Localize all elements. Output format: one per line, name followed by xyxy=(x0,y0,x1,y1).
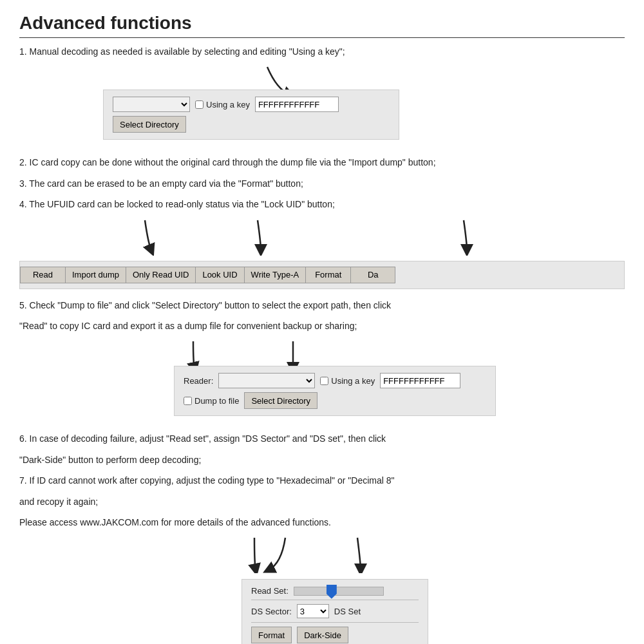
section-1: 1. Manual decoding as needed is availabl… xyxy=(19,44,625,146)
format-button[interactable]: Format xyxy=(251,627,292,643)
section5-using-key-checkbox[interactable] xyxy=(320,377,328,385)
section234-button-row-box: Read Import dump Only Read UID Look UID … xyxy=(19,261,625,289)
import-dump-button[interactable]: Import dump xyxy=(65,267,126,283)
section234-button-row: Read Import dump Only Read UID Look UID … xyxy=(20,267,624,283)
look-uid-button[interactable]: Look UID xyxy=(195,267,243,283)
section5-text2: "Read" to copy IC card and export it as … xyxy=(19,319,625,333)
arrows-svg-234 xyxy=(19,217,599,256)
ds-set-label: DS Set xyxy=(334,607,361,616)
section5-dump-to-file-label: Dump to file xyxy=(184,396,239,406)
section1-using-key-label: Using a key xyxy=(195,100,250,109)
write-type-a-button[interactable]: Write Type-A xyxy=(244,267,306,283)
section7-text1: 7. If ID card cannot work after copying,… xyxy=(19,473,625,488)
section5-select-directory-button[interactable]: Select Directory xyxy=(244,392,317,409)
section1-using-key-text: Using a key xyxy=(206,100,250,109)
section1-text: 1. Manual decoding as needed is availabl… xyxy=(19,44,625,59)
format-button-row[interactable]: Format xyxy=(305,267,350,283)
section6-ui-box: Read Set: DS Sector: 3 1 2 DS Set Format xyxy=(242,579,428,644)
read-set-label: Read Set: xyxy=(251,586,289,596)
section6-diagram-wrapper: Read Set: DS Sector: 3 1 2 DS Set Format xyxy=(242,535,435,644)
da-button[interactable]: Da xyxy=(350,267,395,283)
page-title: Advanced functions xyxy=(19,13,625,38)
section1-using-key-checkbox[interactable] xyxy=(195,100,204,109)
jakcom-text: Please access www.JAKCOM.com for more de… xyxy=(19,515,625,529)
dark-side-button[interactable]: Dark-Side xyxy=(297,627,348,643)
section6-text1: 6. In case of decoding failure, adjust "… xyxy=(19,431,625,446)
read-button[interactable]: Read xyxy=(20,267,65,283)
ds-sector-label: DS Sector: xyxy=(251,607,292,616)
ds-sector-row: DS Sector: 3 1 2 DS Set xyxy=(251,604,419,618)
read-set-row: Read Set: xyxy=(251,586,419,596)
section3-text: 3. The card can be erased to be an empty… xyxy=(19,176,625,191)
section5-reader-select[interactable] xyxy=(218,373,315,388)
arrows-section234 xyxy=(19,217,625,256)
section7-text2: and recopy it again; xyxy=(19,495,625,509)
section1-select[interactable] xyxy=(113,97,190,112)
section5-using-key-text: Using a key xyxy=(331,376,375,386)
divider2 xyxy=(251,622,419,623)
divider xyxy=(251,600,419,600)
ds-sector-select[interactable]: 3 1 2 xyxy=(297,604,329,618)
section5-key-input[interactable] xyxy=(380,373,460,388)
section1-key-input[interactable] xyxy=(255,97,339,112)
section5-dump-checkbox[interactable] xyxy=(184,397,192,405)
section4-text: 4. The UFUID card can be locked to read-… xyxy=(19,197,625,211)
section5-diagram: Reader: Using a key Dump to file Select … xyxy=(174,338,509,422)
read-set-slider-track[interactable] xyxy=(294,587,384,596)
only-read-uid-button[interactable]: Only Read UID xyxy=(126,267,195,283)
section5-using-key-label: Using a key xyxy=(320,376,375,386)
section5-text1: 5. Check "Dump to file" and click "Selec… xyxy=(19,298,625,312)
section-234: 2. IC card copy can be done without the … xyxy=(19,155,625,289)
section6-text2: "Dark-Side" button to perform deep decod… xyxy=(19,453,625,467)
arrows-svg-6 xyxy=(242,535,435,573)
read-set-slider-thumb xyxy=(327,585,337,599)
format-darkside-row: Format Dark-Side xyxy=(251,627,419,643)
section5-ui-box: Reader: Using a key Dump to file Select … xyxy=(174,366,496,416)
section1-ui-box: Using a key Select Directory xyxy=(103,90,399,140)
section1-select-directory-button[interactable]: Select Directory xyxy=(113,116,186,133)
section2-text: 2. IC card copy can be done without the … xyxy=(19,155,625,169)
reader-label: Reader: xyxy=(184,376,213,386)
section-5: 5. Check "Dump to file" and click "Selec… xyxy=(19,298,625,423)
section5-dump-text: Dump to file xyxy=(194,396,239,406)
section-67: 6. In case of decoding failure, adjust "… xyxy=(19,431,625,644)
